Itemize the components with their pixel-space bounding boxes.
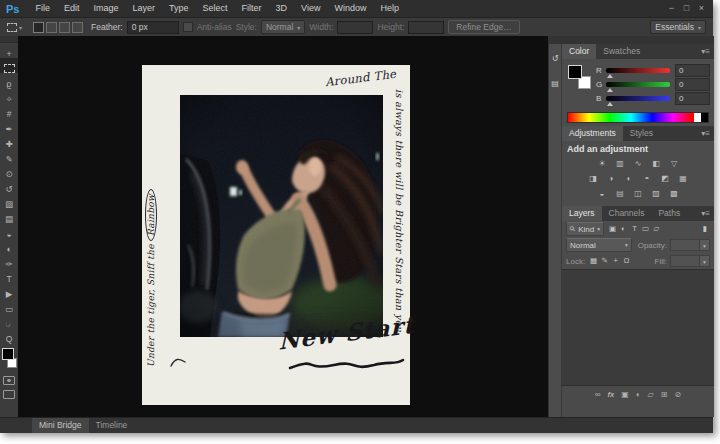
panel-menu-icon[interactable]: ▾≡ <box>701 206 710 221</box>
filter-adjustment-layers-icon[interactable]: ◐ <box>618 222 629 236</box>
panel-color-swatches[interactable] <box>566 63 594 91</box>
channel-value-input[interactable]: 0 <box>675 64 710 77</box>
slider-handle-icon[interactable] <box>607 88 613 92</box>
filter-pixel-layers-icon[interactable]: ▣ <box>607 222 618 236</box>
foreground-color-swatch[interactable] <box>2 348 14 360</box>
posterize-icon[interactable]: ▤ <box>613 188 627 200</box>
menu-type[interactable]: Type <box>162 0 196 17</box>
filtering-toggle-icon[interactable]: ▮ <box>699 222 710 236</box>
lock-all-icon[interactable]: Ω <box>621 254 632 268</box>
toolbar-grip[interactable] <box>0 36 18 43</box>
menu-3d[interactable]: 3D <box>269 0 295 17</box>
hue-saturation-icon[interactable]: ◨ <box>586 173 600 185</box>
new-adjustment-layer-icon[interactable]: ◐ <box>636 390 641 399</box>
invert-icon[interactable]: ◒ <box>595 188 609 200</box>
layer-effects-icon[interactable]: fx <box>608 390 615 399</box>
tab-swatches[interactable]: Swatches <box>596 44 647 59</box>
menu-filter[interactable]: Filter <box>235 0 269 17</box>
width-input[interactable] <box>337 21 373 34</box>
blur-tool[interactable]: ◒ <box>0 223 18 238</box>
tool-preset-picker[interactable]: ▾ <box>4 23 25 32</box>
history-panel-icon[interactable]: ↺ <box>552 54 559 63</box>
tab-layers[interactable]: Layers <box>562 206 602 221</box>
filter-smart-objects-icon[interactable]: ▱ <box>651 222 662 236</box>
antialias-checkbox[interactable] <box>183 22 193 32</box>
intersect-selection-mode[interactable] <box>72 22 83 33</box>
black-white-icon[interactable]: ◐ <box>622 173 636 185</box>
filter-shape-layers-icon[interactable]: ▭ <box>640 222 651 236</box>
height-input[interactable] <box>408 21 444 34</box>
spot-healing-brush-tool[interactable]: ✚ <box>0 133 18 148</box>
panel-menu-icon[interactable]: ▾≡ <box>701 126 710 141</box>
eyedropper-tool[interactable]: ✒ <box>0 118 18 133</box>
tab-adjustments[interactable]: Adjustments <box>562 126 623 141</box>
menu-select[interactable]: Select <box>196 0 235 17</box>
tab-paths[interactable]: Paths <box>651 206 687 221</box>
horizontal-type-tool[interactable]: T <box>0 268 18 283</box>
style-select[interactable]: Normal▾ <box>261 20 305 34</box>
menu-image[interactable]: Image <box>87 0 126 17</box>
minimize-button[interactable]: − <box>664 2 679 15</box>
channel-mixer-icon[interactable]: ◩ <box>658 173 672 185</box>
add-to-selection-mode[interactable] <box>46 22 57 33</box>
fill-input[interactable]: ▾ <box>670 255 710 267</box>
gradient-tool[interactable]: ▤ <box>0 208 18 223</box>
hand-tool[interactable]: ☞ <box>0 313 18 328</box>
move-tool[interactable]: + <box>0 43 18 58</box>
feather-input[interactable]: 0 px <box>127 21 179 34</box>
path-selection-tool[interactable]: ▶ <box>0 283 18 298</box>
new-layer-icon[interactable]: ⊞ <box>661 390 668 399</box>
slider-handle-icon[interactable] <box>607 74 613 78</box>
foreground-color-swatch[interactable] <box>568 65 582 79</box>
color-spectrum-ramp[interactable] <box>567 112 709 123</box>
menu-help[interactable]: Help <box>373 0 406 17</box>
threshold-icon[interactable]: ◫ <box>631 188 645 200</box>
curves-icon[interactable]: ∿ <box>631 158 645 170</box>
layer-list[interactable] <box>562 269 714 386</box>
quick-selection-tool[interactable]: ✧ <box>0 88 18 103</box>
gradient-map-icon[interactable]: ▩ <box>667 188 681 200</box>
eraser-tool[interactable]: ▨ <box>0 193 18 208</box>
menu-edit[interactable]: Edit <box>57 0 87 17</box>
maximize-button[interactable]: □ <box>679 2 694 15</box>
photo-filter-icon[interactable]: ◓ <box>640 173 654 185</box>
pen-tool[interactable]: ✑ <box>0 253 18 268</box>
link-layers-icon[interactable]: ∞ <box>595 390 601 399</box>
screen-mode-button[interactable] <box>3 390 15 399</box>
opacity-input[interactable]: ▾ <box>670 239 710 251</box>
tab-timeline[interactable]: Timeline <box>89 418 135 433</box>
lock-pixels-icon[interactable]: ✎ <box>599 254 610 268</box>
rectangle-tool[interactable]: ▭ <box>0 298 18 313</box>
channel-slider[interactable] <box>606 96 670 101</box>
add-layer-mask-icon[interactable]: ▣ <box>621 390 629 399</box>
tab-channels[interactable]: Channels <box>602 206 652 221</box>
photoshop-logo-icon[interactable]: Ps <box>6 3 19 15</box>
new-selection-mode[interactable] <box>33 22 44 33</box>
delete-layer-icon[interactable]: ⊘ <box>674 390 681 399</box>
panel-menu-icon[interactable]: ▾≡ <box>701 44 710 59</box>
canvas-area[interactable]: Around The is always there will be Brigh… <box>18 36 548 417</box>
new-group-icon[interactable]: ▱ <box>648 390 654 399</box>
rectangular-marquee-tool[interactable]: ▢ <box>0 58 18 73</box>
channel-slider[interactable] <box>606 82 670 87</box>
tab-mini-bridge[interactable]: Mini Bridge <box>32 418 89 433</box>
menu-view[interactable]: View <box>294 0 327 17</box>
tab-color[interactable]: Color <box>562 44 596 59</box>
channel-slider[interactable] <box>606 68 670 73</box>
subtract-from-selection-mode[interactable] <box>59 22 70 33</box>
exposure-icon[interactable]: ◧ <box>649 158 663 170</box>
brush-tool[interactable]: ✎ <box>0 148 18 163</box>
lasso-tool[interactable]: ϱ <box>0 73 18 88</box>
properties-panel-icon[interactable]: ▤ <box>551 79 559 88</box>
levels-icon[interactable]: ▥ <box>613 158 627 170</box>
crop-tool[interactable]: # <box>0 103 18 118</box>
quick-mask-button[interactable] <box>3 376 15 385</box>
filter-type-layers-icon[interactable]: T <box>629 222 640 236</box>
blend-mode-select[interactable]: Normal▾ <box>566 238 632 252</box>
clone-stamp-tool[interactable]: ⊙ <box>0 163 18 178</box>
close-button[interactable]: × <box>694 2 709 15</box>
brightness-contrast-icon[interactable]: ☀ <box>595 158 609 170</box>
vibrance-icon[interactable]: ▽ <box>667 158 681 170</box>
dodge-tool[interactable]: ◐ <box>0 238 18 253</box>
layer-filter-kind-select[interactable]: ⚲Kind▾ <box>566 222 604 236</box>
